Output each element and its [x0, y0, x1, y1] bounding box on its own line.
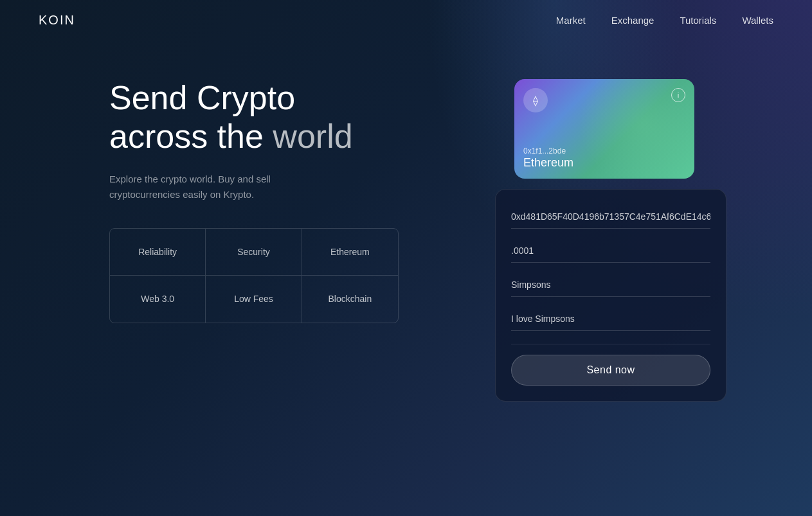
info-icon[interactable]: i — [671, 88, 685, 102]
form-divider — [511, 344, 710, 344]
hero-subtitle: Explore the crypto world. Buy and sell c… — [109, 172, 328, 202]
navbar: KOIN MarketExchangeTutorialsWallets — [0, 0, 812, 40]
logo: KOIN — [39, 13, 75, 28]
crypto-card: ⟠ i 0x1f1...2bde Ethereum — [514, 79, 694, 179]
right-panel: ⟠ i 0x1f1...2bde Ethereum Send now — [495, 79, 714, 402]
feature-grid: ReliabilitySecurityEthereumWeb 3.0Low Fe… — [109, 228, 399, 323]
eth-symbol: ⟠ — [533, 94, 538, 107]
address-wrapper — [511, 205, 710, 231]
hero-title-line1: Send Crypto — [109, 79, 295, 116]
message-input[interactable] — [511, 307, 710, 331]
hero-title-line2-normal: across the — [109, 118, 264, 155]
amount-input[interactable] — [511, 239, 710, 263]
name-input[interactable] — [511, 273, 710, 297]
send-now-button[interactable]: Send now — [511, 355, 710, 386]
card-address: 0x1f1...2bde — [523, 147, 566, 156]
nav-link-tutorials[interactable]: Tutorials — [680, 15, 716, 26]
hero-title: Send Crypto across the world — [109, 79, 444, 156]
eth-icon: ⟠ — [523, 88, 548, 112]
name-wrapper — [511, 273, 710, 299]
grid-cell-low-fees: Low Fees — [206, 276, 302, 323]
left-panel: Send Crypto across the world Explore the… — [109, 79, 444, 323]
nav-links: MarketExchangeTutorialsWallets — [556, 15, 773, 26]
nav-link-exchange[interactable]: Exchange — [611, 15, 654, 26]
address-input[interactable] — [511, 205, 710, 229]
main-container: Send Crypto across the world Explore the… — [0, 40, 812, 402]
hero-title-line2-thin: world — [273, 118, 352, 155]
grid-cell-web3: Web 3.0 — [110, 276, 206, 323]
nav-link-wallets[interactable]: Wallets — [742, 15, 773, 26]
grid-cell-security: Security — [206, 229, 302, 276]
card-name: Ethereum — [523, 156, 573, 170]
grid-cell-blockchain: Blockchain — [302, 276, 398, 323]
grid-cell-reliability: Reliability — [110, 229, 206, 276]
message-wrapper — [511, 307, 710, 334]
amount-wrapper — [511, 239, 710, 265]
grid-cell-ethereum: Ethereum — [302, 229, 398, 276]
nav-link-market[interactable]: Market — [556, 15, 586, 26]
form-panel: Send now — [495, 189, 726, 402]
